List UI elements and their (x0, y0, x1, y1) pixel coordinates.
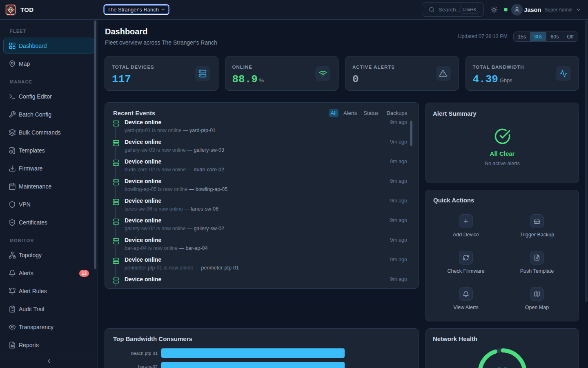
svg-text:89: 89 (497, 366, 509, 368)
